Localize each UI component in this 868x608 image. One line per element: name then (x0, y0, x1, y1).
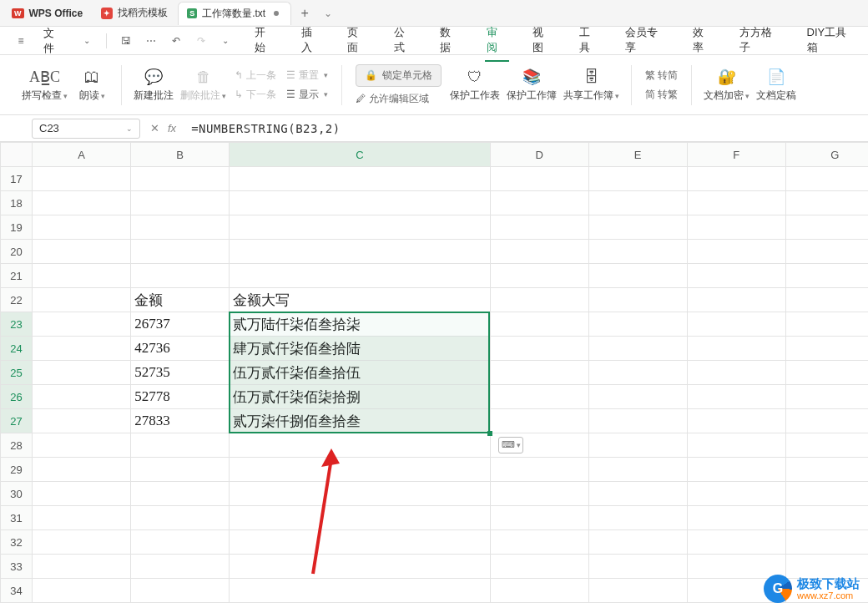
cell-E33[interactable] (588, 555, 687, 579)
cell-G21[interactable] (785, 264, 868, 288)
cell-D20[interactable] (490, 240, 588, 264)
save-icon[interactable]: 🖫 (119, 33, 134, 48)
row-head-26[interactable]: 26 (1, 385, 33, 409)
cell-A31[interactable] (33, 506, 131, 530)
col-head-D[interactable]: D (490, 143, 588, 167)
cell-E28[interactable] (588, 433, 687, 458)
cell-C26[interactable]: 伍万贰仟柒佰柒拾捌 (230, 385, 490, 409)
cell-F31[interactable] (687, 506, 785, 530)
more-icon[interactable]: ⋯ (144, 33, 159, 48)
cell-B32[interactable] (131, 530, 230, 555)
fx-icon[interactable]: fx (168, 122, 176, 134)
cell-C27[interactable]: 贰万柒仟捌佰叁拾叁 (230, 409, 490, 433)
cell-F19[interactable] (687, 215, 785, 240)
cell-E20[interactable] (588, 240, 687, 264)
cancel-icon[interactable]: ✕ (150, 122, 159, 134)
row-head-28[interactable]: 28 (1, 433, 33, 458)
cell-B29[interactable] (131, 458, 230, 482)
cell-A30[interactable] (33, 482, 131, 506)
cell-B24[interactable]: 42736 (131, 337, 230, 361)
row-head-29[interactable]: 29 (1, 458, 33, 482)
cell-G22[interactable] (785, 288, 868, 312)
cell-G25[interactable] (785, 361, 868, 385)
cell-A25[interactable] (33, 361, 131, 385)
cell-G28[interactable] (785, 433, 868, 458)
read-aloud-button[interactable]: 🕮 朗读▾ (71, 67, 113, 103)
cell-D30[interactable] (490, 482, 588, 506)
finalize-button[interactable]: 📄 文档定稿 (753, 67, 800, 103)
cell-B20[interactable] (131, 240, 230, 264)
cell-G32[interactable] (785, 530, 868, 555)
row-head-32[interactable]: 32 (1, 530, 33, 555)
cell-A17[interactable] (33, 167, 131, 191)
row-head-24[interactable]: 24 (1, 337, 33, 361)
cell-F17[interactable] (687, 167, 785, 191)
cell-B28[interactable] (131, 433, 230, 458)
cell-F23[interactable] (687, 312, 785, 337)
cell-E24[interactable] (588, 337, 687, 361)
cell-B21[interactable] (131, 264, 230, 288)
cell-A24[interactable] (33, 337, 131, 361)
cell-A21[interactable] (33, 264, 131, 288)
cell-A33[interactable] (33, 555, 131, 579)
cell-D26[interactable] (490, 385, 588, 409)
cell-B31[interactable] (131, 506, 230, 530)
cell-A18[interactable] (33, 191, 131, 215)
cell-E22[interactable] (588, 288, 687, 312)
cell-D19[interactable] (490, 215, 588, 240)
row-head-20[interactable]: 20 (1, 240, 33, 264)
cell-B23[interactable]: 26737 (131, 312, 230, 337)
cell-F24[interactable] (687, 337, 785, 361)
col-head-C[interactable]: C (230, 143, 490, 167)
cell-A26[interactable] (33, 385, 131, 409)
cell-E26[interactable] (588, 385, 687, 409)
cell-D28[interactable] (490, 433, 588, 458)
cell-D34[interactable] (490, 579, 588, 603)
share-book-button[interactable]: 🗄 共享工作簿▾ (560, 67, 623, 103)
row-head-19[interactable]: 19 (1, 215, 33, 240)
row-head-25[interactable]: 25 (1, 361, 33, 385)
cell-C22[interactable]: 金额大写 (230, 288, 490, 312)
cell-F28[interactable] (687, 433, 785, 458)
cell-F27[interactable] (687, 409, 785, 433)
cell-E25[interactable] (588, 361, 687, 385)
cell-B19[interactable] (131, 215, 230, 240)
cell-B27[interactable]: 27833 (131, 409, 230, 433)
cell-A19[interactable] (33, 215, 131, 240)
hamburger-icon[interactable]: ≡ (13, 33, 28, 48)
cell-G27[interactable] (785, 409, 868, 433)
cell-C18[interactable] (230, 191, 490, 215)
cell-D22[interactable] (490, 288, 588, 312)
row-head-22[interactable]: 22 (1, 288, 33, 312)
cell-G29[interactable] (785, 458, 868, 482)
cell-C23[interactable]: 贰万陆仟柒佰叁拾柒 (230, 312, 490, 337)
cell-A29[interactable] (33, 458, 131, 482)
cell-A23[interactable] (33, 312, 131, 337)
cell-F25[interactable] (687, 361, 785, 385)
row-head-33[interactable]: 33 (1, 555, 33, 579)
cell-C29[interactable] (230, 458, 490, 482)
cell-E29[interactable] (588, 458, 687, 482)
cell-B33[interactable] (131, 555, 230, 579)
cell-D25[interactable] (490, 361, 588, 385)
cell-D33[interactable] (490, 555, 588, 579)
col-head-G[interactable]: G (785, 143, 868, 167)
cell-E31[interactable] (588, 506, 687, 530)
cell-F29[interactable] (687, 458, 785, 482)
prev-comment-button[interactable]: ↰ 上一条 (235, 68, 276, 83)
cell-F26[interactable] (687, 385, 785, 409)
cell-C32[interactable] (230, 530, 490, 555)
cell-F21[interactable] (687, 264, 785, 288)
cell-G17[interactable] (785, 167, 868, 191)
row-head-21[interactable]: 21 (1, 264, 33, 288)
cell-B17[interactable] (131, 167, 230, 191)
cell-D32[interactable] (490, 530, 588, 555)
cell-D29[interactable] (490, 458, 588, 482)
cell-C21[interactable] (230, 264, 490, 288)
cell-D17[interactable] (490, 167, 588, 191)
row-head-30[interactable]: 30 (1, 482, 33, 506)
cell-G19[interactable] (785, 215, 868, 240)
protect-book-button[interactable]: 📚 保护工作簿 (503, 67, 560, 103)
cell-E23[interactable] (588, 312, 687, 337)
col-head-F[interactable]: F (687, 143, 785, 167)
